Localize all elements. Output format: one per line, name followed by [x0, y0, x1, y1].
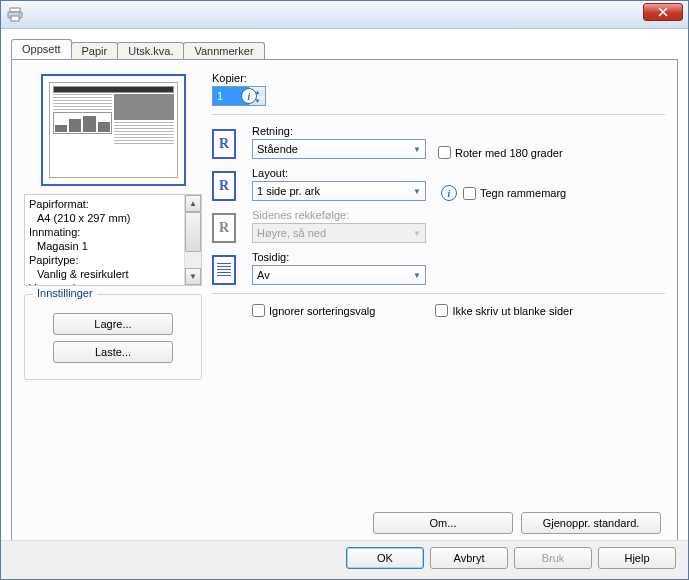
info-icon[interactable]: [441, 185, 457, 201]
tab-row: Oppsett Papir Utsk.kva. Vannmerker: [11, 37, 678, 59]
cancel-button[interactable]: Avbryt: [430, 547, 508, 569]
chevron-down-icon: ▼: [413, 187, 421, 196]
svg-rect-0: [10, 8, 20, 12]
tab-panel: Papirformat: A4 (210 x 297 mm) Innmating…: [11, 59, 678, 549]
orientation-label: Retning:: [252, 125, 426, 137]
about-button[interactable]: Om...: [373, 512, 513, 534]
chevron-down-icon: ▼: [413, 229, 421, 238]
tab-watermarks[interactable]: Vannmerker: [183, 42, 264, 60]
chevron-down-icon: ▼: [413, 271, 421, 280]
rotate-180-checkbox[interactable]: [438, 146, 451, 159]
draw-frame-label: Tegn rammemarg: [480, 187, 566, 199]
close-button[interactable]: [643, 3, 683, 21]
page-order-label: Sidenes rekkefølge:: [252, 209, 426, 221]
chevron-down-icon: ▼: [413, 145, 421, 154]
skip-blank-checkbox[interactable]: [435, 304, 448, 317]
svg-rect-2: [11, 16, 19, 21]
ignore-collate-checkbox[interactable]: [252, 304, 265, 317]
scroll-thumb[interactable]: [185, 212, 201, 252]
layout-label: Layout:: [252, 167, 426, 179]
tab-layout[interactable]: Oppsett: [11, 39, 72, 59]
info-scrollbar[interactable]: ▲ ▼: [184, 195, 201, 285]
restore-defaults-button[interactable]: Gjenoppr. standard.: [521, 512, 661, 534]
copies-label: Kopier:: [212, 72, 665, 84]
right-column: Kopier: ▲ ▼ R Retning:: [212, 72, 665, 323]
skip-blank-label: Ikke skriv ut blanke sider: [452, 305, 572, 317]
paper-info-text: Papirformat: A4 (210 x 297 mm) Innmating…: [25, 195, 184, 285]
ignore-collate-label: Ignorer sorteringsvalg: [269, 305, 375, 317]
dialog-footer: OK Avbryt Bruk Hjelp: [1, 540, 688, 579]
tab-paper[interactable]: Papir: [71, 42, 119, 60]
save-settings-button[interactable]: Lagre...: [53, 313, 173, 335]
load-settings-button[interactable]: Laste...: [53, 341, 173, 363]
orientation-thumb-icon: R: [212, 129, 236, 159]
svg-point-3: [19, 13, 21, 15]
settings-group: Innstillinger Lagre... Laste...: [24, 294, 202, 380]
duplex-label: Tosidig:: [252, 251, 426, 263]
dialog-body: Oppsett Papir Utsk.kva. Vannmerker: [1, 29, 688, 579]
duplex-combo[interactable]: Av▼: [252, 265, 426, 285]
page-order-thumb-icon: R: [212, 213, 236, 243]
page-order-combo: Høyre, så ned▼: [252, 223, 426, 243]
page-preview: [41, 74, 186, 186]
apply-button: Bruk: [514, 547, 592, 569]
help-button[interactable]: Hjelp: [598, 547, 676, 569]
print-dialog: Oppsett Papir Utsk.kva. Vannmerker: [0, 0, 689, 580]
ok-button[interactable]: OK: [346, 547, 424, 569]
paper-info-box: Papirformat: A4 (210 x 297 mm) Innmating…: [24, 194, 202, 286]
printer-icon: [7, 7, 23, 23]
titlebar: [1, 1, 688, 29]
divider: [212, 293, 665, 294]
panel-footer-buttons: Om... Gjenoppr. standard.: [373, 512, 661, 534]
scroll-up-icon[interactable]: ▲: [185, 195, 201, 212]
close-icon: [658, 7, 668, 17]
duplex-thumb-icon: [212, 255, 236, 285]
divider: [212, 114, 665, 115]
draw-frame-checkbox[interactable]: [463, 187, 476, 200]
layout-thumb-icon: R: [212, 171, 236, 201]
left-column: Papirformat: A4 (210 x 297 mm) Innmating…: [24, 72, 202, 380]
copies-spinner[interactable]: ▲ ▼: [212, 86, 266, 106]
orientation-combo[interactable]: Stående▼: [252, 139, 426, 159]
tab-quality[interactable]: Utsk.kva.: [117, 42, 184, 60]
info-icon[interactable]: [241, 88, 257, 104]
rotate-180-label: Roter med 180 grader: [455, 147, 563, 159]
layout-combo[interactable]: 1 side pr. ark▼: [252, 181, 426, 201]
settings-group-legend: Innstillinger: [33, 287, 97, 299]
scroll-down-icon[interactable]: ▼: [185, 268, 201, 285]
